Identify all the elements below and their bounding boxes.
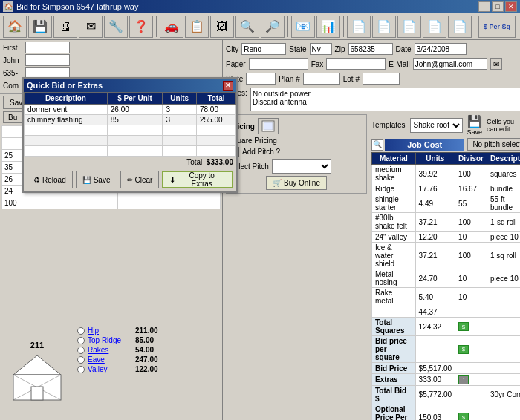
cell-desc[interactable]: bundle [487,183,520,194]
hip-radio[interactable] [77,327,85,335]
toolbar-settings[interactable]: 🔧 [104,16,128,38]
qb-cell-empty[interactable] [107,136,163,146]
toolbar-report4[interactable]: 📄 [423,16,446,38]
copy-to-extras-button[interactable]: ⬇ Copy to Extras [162,171,233,188]
cell-divisor[interactable]: 10 [455,269,487,288]
qb-cell-empty[interactable] [163,146,197,157]
summary-value[interactable]: 124.32 [415,318,455,336]
cell-material[interactable] [372,306,416,318]
qb-cell-perunit[interactable]: 85 [107,115,163,125]
email-input[interactable] [413,58,487,70]
cell-material[interactable]: Ridge [372,183,416,194]
summary-value[interactable] [415,336,455,363]
grid-cell[interactable] [152,197,186,209]
toolbar-report5[interactable]: 📄 [448,16,472,38]
pricing-icon[interactable] [258,118,279,134]
qb-cell-empty[interactable] [25,125,108,136]
cell-units[interactable]: 37.21 [415,213,455,232]
save-button[interactable]: 💾 Save [76,171,117,188]
toolbar-chart[interactable]: 📊 [316,16,340,38]
cell-units[interactable]: 37.21 [415,243,455,269]
summary-value[interactable]: $5,772.00 [415,385,455,404]
qb-cell-desc[interactable]: chimney flashing [25,115,108,125]
first-input[interactable] [25,42,70,53]
qb-cell-empty[interactable] [163,125,197,136]
qb-cell-empty[interactable] [163,136,197,146]
qb-cell-empty[interactable] [196,146,235,157]
cell-desc[interactable]: 55 ft -bundle [487,194,520,213]
cell-divisor[interactable]: 10 [455,288,487,306]
toolbar-report1[interactable]: 📄 [347,16,371,38]
buy-online-button[interactable]: 🛒 Buy Online [266,176,327,190]
cell-units[interactable]: 44.37 [415,306,455,318]
toolbar-save[interactable]: 💾 [28,16,52,38]
cell-divisor[interactable]: 10 [455,232,487,243]
maximize-button[interactable]: □ [492,1,504,12]
grid-cell[interactable] [186,197,220,209]
save-template-btn[interactable]: 💾 Save [467,114,483,136]
qb-cell-empty[interactable] [107,125,163,136]
cell-units[interactable]: 39.92 [415,165,455,183]
rakes-radio[interactable] [77,347,85,354]
email-icon[interactable]: ✉ [490,58,502,70]
toolbar-report3[interactable]: 📄 [397,16,421,38]
top-ridge-radio[interactable] [77,337,85,344]
cell-divisor[interactable]: 100 [455,243,487,269]
state-input[interactable] [310,43,332,55]
toolbar-help[interactable]: ❓ [129,16,153,38]
arrow-btn[interactable]: $ [458,413,469,420]
bu1-button[interactable]: Bu [3,111,22,123]
cell-material[interactable]: #30lb shake felt [372,213,416,232]
toolbar-clipboard[interactable]: 📋 [185,16,209,38]
cell-desc[interactable]: squares [487,165,520,183]
qb-cell-empty[interactable] [25,136,108,146]
fax-input[interactable] [326,58,386,70]
qb-cell-desc[interactable]: dormer vent [25,105,108,115]
state-plan-input[interactable] [246,73,276,85]
cell-material[interactable]: medium shake [372,165,416,183]
toolbar-print[interactable]: 🖨 [53,16,77,38]
grid-cell[interactable] [117,197,152,209]
cell-divisor[interactable]: 16.67 [455,183,487,194]
dialog-close-button[interactable]: ✕ [223,81,233,91]
cell-divisor[interactable] [455,306,487,318]
toolbar-persq[interactable]: $ Per Sq [478,16,516,38]
cell-material[interactable]: Metal nosing [372,269,416,288]
template-select[interactable]: Shake roof [410,118,463,133]
qb-cell-total[interactable]: 78.00 [196,105,235,115]
cell-units[interactable]: 5.40 [415,288,455,306]
date-input[interactable] [415,43,467,55]
clear-button[interactable]: ✏ Clear [120,171,160,188]
cell-units[interactable]: 4.49 [415,194,455,213]
notes-box[interactable]: No outside power Discard antenna [250,88,520,111]
cell-divisor[interactable]: 100 [455,213,487,232]
cell-material[interactable]: Rake metal [372,288,416,306]
cell-divisor[interactable]: 100 [455,165,487,183]
city-input[interactable] [241,43,286,55]
pitch-select[interactable] [272,159,331,174]
cell-desc[interactable]: 1-sq roll [487,213,520,232]
john-input[interactable] [25,54,70,66]
toolbar-image[interactable]: 🖼 [210,16,234,38]
cell-desc[interactable]: 1 sq roll [487,243,520,269]
pager-input[interactable] [249,58,308,70]
qb-cell-empty[interactable] [196,125,235,136]
cell-divisor[interactable]: 55 [455,194,487,213]
cell-desc[interactable]: piece 10 ft [487,232,520,243]
cell-material[interactable]: Ice & water shield [372,243,416,269]
arrow-btn[interactable]: $ [458,345,469,354]
cell-units[interactable]: 24.70 [415,269,455,288]
qb-cell-empty[interactable] [25,146,108,157]
toolbar-search[interactable]: 🔍 [235,16,259,38]
zip-input[interactable] [348,43,393,55]
qb-cell-units[interactable]: 3 [163,115,197,125]
summary-value[interactable]: $5,517.00 [415,363,455,374]
qb-cell-empty[interactable] [196,136,235,146]
cell-desc[interactable]: piece 10 ft. [487,269,520,288]
search-icon[interactable]: 🔍 [371,139,383,151]
qb-cell-units[interactable]: 3 [163,105,197,115]
toolbar-home[interactable]: 🏠 [3,16,27,38]
grid-cell[interactable]: 100 [2,197,118,209]
toolbar-report2[interactable]: 📄 [372,16,396,38]
plan-input[interactable] [303,73,340,85]
